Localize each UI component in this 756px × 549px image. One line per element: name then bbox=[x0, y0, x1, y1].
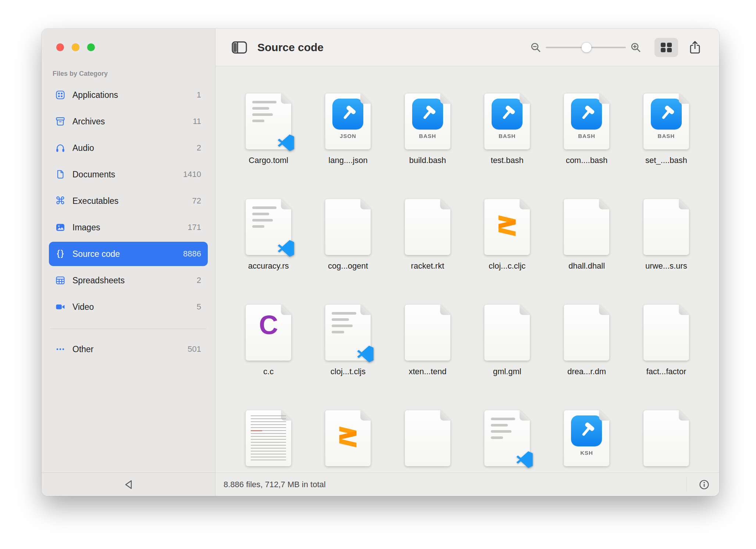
hammer-app-icon bbox=[571, 99, 602, 130]
document-file-icon bbox=[325, 305, 371, 361]
sidebar-item-executables[interactable]: ⌘ Executables 72 bbox=[49, 189, 208, 213]
sidebar-item-applications[interactable]: Applications 1 bbox=[49, 83, 208, 107]
zoom-slider[interactable] bbox=[546, 42, 626, 53]
file-item[interactable]: dhall.dhall bbox=[547, 199, 626, 305]
file-item[interactable]: drea...r.dm bbox=[547, 305, 626, 410]
bash-file-icon: BASH bbox=[484, 93, 530, 149]
hammer-app-icon bbox=[332, 99, 363, 130]
blank-file-icon bbox=[643, 305, 689, 361]
page-title: Source code bbox=[257, 41, 324, 54]
sidebar-list: Applications 1 Archives 11 Audio 2 bbox=[42, 83, 215, 472]
file-item[interactable]: JSON lang....json bbox=[308, 93, 388, 199]
sidebar-item-label: Archives bbox=[72, 117, 105, 127]
document-file-icon bbox=[484, 410, 530, 466]
sidebar-item-archives[interactable]: Archives 11 bbox=[49, 109, 208, 134]
info-button[interactable] bbox=[699, 479, 710, 490]
sidebar-item-other[interactable]: Other 501 bbox=[49, 337, 208, 361]
document-file-icon bbox=[246, 199, 291, 255]
file-item[interactable]: cloj...c.cljc bbox=[467, 199, 547, 305]
file-item[interactable] bbox=[627, 410, 706, 472]
file-item[interactable]: fact...factor bbox=[627, 305, 706, 410]
file-item[interactable]: BASH build.bash bbox=[388, 93, 467, 199]
applications-icon bbox=[53, 89, 67, 101]
file-category-window: Files by Category Applications 1 Archive… bbox=[42, 29, 719, 496]
vscode-badge-icon bbox=[278, 240, 295, 257]
file-type-badge: BASH bbox=[419, 133, 436, 139]
file-type-badge: BASH bbox=[578, 133, 595, 139]
sidebar-item-count: 5 bbox=[197, 302, 201, 312]
vscode-badge-icon bbox=[278, 134, 295, 151]
sidebar-item-spreadsheets[interactable]: Spreadsheets 2 bbox=[49, 268, 208, 293]
document-icon bbox=[53, 169, 67, 180]
zoom-out-icon[interactable] bbox=[530, 42, 541, 53]
sidebar-item-label: Source code bbox=[72, 249, 120, 259]
zoom-slider-knob[interactable] bbox=[582, 42, 592, 52]
file-item[interactable] bbox=[308, 410, 388, 472]
file-item[interactable] bbox=[388, 410, 467, 472]
sidebar-item-count: 72 bbox=[192, 196, 201, 206]
file-item[interactable]: cog...ogent bbox=[308, 199, 388, 305]
file-item[interactable] bbox=[467, 410, 547, 472]
hammer-app-icon bbox=[412, 99, 443, 130]
file-item[interactable]: BASH test.bash bbox=[467, 93, 547, 199]
sidebar-item-label: Audio bbox=[72, 143, 94, 153]
file-name: xten...tend bbox=[409, 367, 446, 376]
sidebar-item-images[interactable]: Images 171 bbox=[49, 215, 208, 240]
vscode-badge-icon bbox=[357, 346, 374, 362]
text-file-icon bbox=[246, 410, 291, 466]
file-name: drea...r.dm bbox=[567, 367, 606, 376]
zoom-button[interactable] bbox=[87, 43, 95, 51]
zoom-in-icon[interactable] bbox=[630, 42, 641, 53]
status-bar: 8.886 files, 712,7 MB in total bbox=[215, 472, 719, 496]
sidebar-item-count: 2 bbox=[197, 143, 201, 153]
file-item[interactable]: BASH com....bash bbox=[547, 93, 626, 199]
blank-file-icon bbox=[405, 410, 450, 466]
file-item[interactable]: BASH set_....bash bbox=[627, 93, 706, 199]
sidebar-item-label: Documents bbox=[72, 170, 115, 180]
blank-file-icon bbox=[564, 199, 609, 255]
bash-file-icon: BASH bbox=[564, 93, 609, 149]
minimize-button[interactable] bbox=[72, 43, 79, 51]
file-name: com....bash bbox=[566, 156, 608, 165]
file-name: accuracy.rs bbox=[248, 261, 289, 271]
file-grid: Cargo.toml JSON lang....json BASH bbox=[215, 66, 719, 472]
blank-file-icon bbox=[405, 199, 450, 255]
file-item[interactable]: urwe...s.urs bbox=[627, 199, 706, 305]
hammer-app-icon bbox=[492, 99, 523, 130]
file-type-badge: JSON bbox=[340, 133, 356, 139]
sidebar-item-audio[interactable]: Audio 2 bbox=[49, 136, 208, 160]
file-name: gml.gml bbox=[493, 367, 521, 376]
grid-view-button[interactable] bbox=[655, 38, 678, 57]
sidebar-toggle-button[interactable] bbox=[232, 41, 247, 54]
file-type-badge: BASH bbox=[499, 133, 516, 139]
back-button[interactable] bbox=[123, 479, 133, 490]
file-item[interactable]: C c.c bbox=[229, 305, 308, 410]
sublime-logo-icon bbox=[336, 424, 360, 448]
file-item[interactable]: racket.rkt bbox=[388, 199, 467, 305]
file-item[interactable] bbox=[229, 410, 308, 472]
sidebar-item-source-code[interactable]: Source code 8886 bbox=[49, 242, 208, 266]
sidebar-item-count: 2 bbox=[197, 276, 201, 285]
sidebar-section-title: Files by Category bbox=[53, 70, 215, 78]
share-button[interactable] bbox=[683, 38, 707, 57]
sidebar-item-video[interactable]: Video 5 bbox=[49, 295, 208, 319]
close-button[interactable] bbox=[56, 43, 64, 51]
file-item[interactable]: gml.gml bbox=[467, 305, 547, 410]
info-icon bbox=[699, 479, 710, 490]
bash-file-icon: BASH bbox=[405, 93, 450, 149]
file-name: cloj...t.cljs bbox=[331, 367, 365, 376]
file-item[interactable]: Cargo.toml bbox=[229, 93, 308, 199]
file-item[interactable]: xten...tend bbox=[388, 305, 467, 410]
sidebar: Files by Category Applications 1 Archive… bbox=[42, 29, 215, 496]
toolbar: Source code bbox=[215, 29, 719, 66]
zoom-control bbox=[530, 42, 641, 53]
sidebar-item-label: Video bbox=[72, 302, 94, 312]
file-name: Cargo.toml bbox=[249, 156, 288, 165]
file-name: build.bash bbox=[409, 156, 446, 165]
sidebar-item-documents[interactable]: Documents 1410 bbox=[49, 162, 208, 187]
file-item[interactable]: cloj...t.cljs bbox=[308, 305, 388, 410]
file-item[interactable]: KSH bbox=[547, 410, 626, 472]
file-item[interactable]: accuracy.rs bbox=[229, 199, 308, 305]
blank-file-icon bbox=[484, 305, 530, 361]
blank-file-icon bbox=[405, 305, 450, 361]
